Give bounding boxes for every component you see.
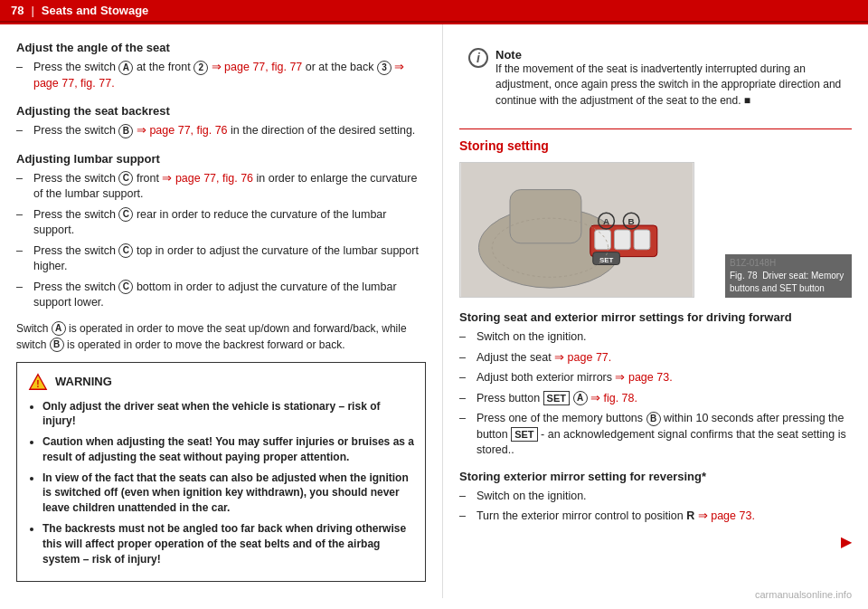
item-text: Press the switch C bottom in order to ad… — [33, 280, 426, 311]
page-header: 78 | Seats and Stowage — [0, 0, 868, 23]
badge-A: A — [118, 61, 133, 75]
list-item: Adjust the seat ⇒ page 77. — [459, 350, 852, 366]
adjust-lumbar-list: Press the switch C front ⇒ page 77, fig.… — [16, 171, 426, 311]
figure-caption-text: Fig. 78 Driver seat: Memory buttons and … — [730, 271, 844, 293]
item-text: Press the switch C front ⇒ page 77, fig.… — [33, 171, 426, 203]
svg-rect-8 — [634, 230, 650, 250]
list-item: Press the switch B ⇒ page 77, fig. 76 in… — [16, 123, 426, 139]
badge-C1: C — [118, 171, 133, 186]
badge-3: 3 — [377, 61, 392, 75]
sub-heading-storing-forward: Storing seat and exterior mirror setting… — [459, 310, 852, 324]
warning-item-text: Only adjust the driver seat when the veh… — [42, 400, 380, 428]
list-item: Press button SET A ⇒ fig. 78. — [459, 391, 852, 407]
list-item: Switch on the ignition. — [459, 489, 852, 505]
item-text: Adjust the seat ⇒ page 77. — [476, 350, 611, 366]
storing-forward-list: Switch on the ignition. Adjust the seat … — [459, 329, 852, 459]
badge-B-note: B — [50, 338, 64, 352]
warning-item-text: Caution when adjusting the seat! You may… — [42, 435, 414, 463]
warning-box: ! WARNING Only adjust the driver seat wh… — [16, 362, 426, 583]
note-label: Note — [495, 48, 522, 62]
badge-C4: C — [118, 280, 133, 294]
item-text: Turn the exterior mirror control to posi… — [476, 509, 755, 525]
svg-text:!: ! — [36, 378, 39, 388]
header-divider: | — [31, 4, 33, 17]
warning-item-text: In view of the fact that the seats can a… — [42, 471, 409, 515]
item-text: Press the switch C rear in order to redu… — [33, 207, 426, 239]
badge-B: B — [118, 124, 133, 138]
warning-item-text: The backrests must not be angled too far… — [42, 522, 406, 566]
badge-A-set: A — [573, 391, 588, 405]
badge-C3: C — [118, 243, 133, 258]
page-number: 78 — [11, 4, 24, 17]
warning-header: ! WARNING — [28, 372, 414, 392]
item-text: Press the switch B ⇒ page 77, fig. 76 in… — [33, 123, 415, 139]
figure-caption: B1Z-0148H Fig. 78 Driver seat: Memory bu… — [725, 254, 852, 298]
svg-rect-4 — [510, 190, 581, 243]
warning-triangle-icon: ! — [28, 372, 48, 392]
storing-setting-heading: Storing setting — [459, 138, 852, 153]
warning-item: Caution when adjusting the seat! You may… — [42, 434, 414, 465]
set-badge2: SET — [511, 427, 537, 442]
storing-reversing-list: Switch on the ignition. Turn the exterio… — [459, 489, 852, 525]
svg-text:SET: SET — [599, 256, 614, 264]
item-text: Press one of the memory buttons B within… — [476, 411, 852, 459]
warning-item: In view of the fact that the seats can a… — [42, 471, 414, 516]
adjust-angle-list: Press the switch A at the front 2 ⇒ page… — [16, 60, 426, 91]
svg-rect-7 — [614, 230, 630, 250]
warning-item: The backrests must not be angled too far… — [42, 521, 414, 566]
adjust-backrest-list: Press the switch B ⇒ page 77, fig. 76 in… — [16, 123, 426, 139]
next-page-arrow: ▶ — [841, 533, 852, 550]
item-text: Press the switch A at the front 2 ⇒ page… — [33, 60, 426, 91]
list-item: Press one of the memory buttons B within… — [459, 411, 852, 459]
badge-2: 2 — [193, 61, 208, 75]
watermark: carmanualsonline.info — [755, 589, 852, 600]
badge-A-note: A — [52, 321, 66, 336]
main-content: Adjust the angle of the seat Press the s… — [0, 24, 868, 598]
note-box: i Note If the movement of the seat is in… — [459, 41, 852, 116]
note-label-container: Note If the movement of the seat is inad… — [495, 48, 843, 109]
sub-heading-storing-reversing: Storing exterior mirror setting for reve… — [459, 470, 852, 483]
item-text: Press button SET A ⇒ fig. 78. — [476, 391, 637, 407]
list-item: Switch on the ignition. — [459, 329, 852, 346]
item-text: Press the switch C top in order to adjus… — [33, 243, 426, 275]
list-item: Press the switch A at the front 2 ⇒ page… — [16, 60, 426, 91]
switch-note: Switch A is operated in order to move th… — [16, 320, 426, 353]
badge-B-mem: B — [646, 412, 661, 426]
warning-item: Only adjust the driver seat when the veh… — [42, 399, 414, 430]
list-item: Press the switch C top in order to adjus… — [16, 243, 426, 275]
svg-text:B: B — [628, 216, 635, 226]
section-divider — [459, 128, 852, 129]
heading-adjust-lumbar: Adjusting lumbar support — [16, 152, 426, 166]
car-image-container: SET A B B1Z-0148H Fig. 78 Driver seat: M… — [459, 162, 852, 298]
warning-list: Only adjust the driver seat when the veh… — [28, 399, 414, 567]
warning-label: WARNING — [55, 375, 112, 388]
heading-adjust-backrest: Adjusting the seat backrest — [16, 104, 426, 118]
list-item: Turn the exterior mirror control to posi… — [459, 509, 852, 525]
list-item: Press the switch C front ⇒ page 77, fig.… — [16, 171, 426, 203]
svg-text:A: A — [603, 216, 609, 226]
section-title: Seats and Stowage — [42, 4, 148, 17]
list-item: Press the switch C rear in order to redu… — [16, 207, 426, 239]
set-badge: SET — [543, 391, 570, 405]
badge-C2: C — [118, 207, 133, 222]
item-text: Adjust both exterior mirrors ⇒ page 73. — [476, 370, 673, 386]
heading-adjust-angle: Adjust the angle of the seat — [16, 41, 426, 54]
car-seat-image: SET A B — [459, 162, 694, 298]
item-text: Switch on the ignition. — [476, 329, 587, 346]
item-text: Switch on the ignition. — [476, 489, 587, 505]
info-icon: i — [468, 48, 488, 68]
figure-id: B1Z-0148H — [730, 257, 847, 270]
list-item: Adjust both exterior mirrors ⇒ page 73. — [459, 370, 852, 386]
note-text: If the movement of the seat is inadverte… — [495, 62, 841, 107]
right-column: i Note If the movement of the seat is in… — [443, 24, 868, 598]
list-item: Press the switch C bottom in order to ad… — [16, 280, 426, 311]
left-column: Adjust the angle of the seat Press the s… — [0, 24, 443, 598]
